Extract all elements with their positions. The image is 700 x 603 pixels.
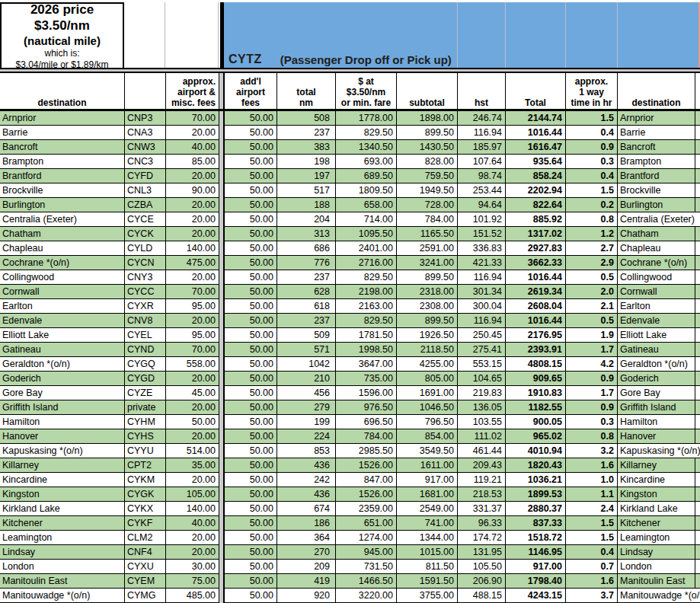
cell-subtotal[interactable]: 1949.50 <box>396 183 457 198</box>
cell-airport-fees[interactable]: 20.00 <box>165 270 219 285</box>
cell-total-nm[interactable]: 674 <box>276 502 335 516</box>
cell-total-nm[interactable]: 776 <box>276 256 335 270</box>
cell-subtotal[interactable]: 796.50 <box>396 415 457 429</box>
cell-addl-airport-fees[interactable]: 50.00 <box>225 212 276 227</box>
cell-addl-airport-fees[interactable]: 50.00 <box>225 285 276 299</box>
cell-total[interactable]: 1146.95 <box>505 545 565 560</box>
cell-time[interactable]: 2.9 <box>565 256 617 270</box>
cell-fare[interactable]: 1781.50 <box>335 328 396 343</box>
cell-destination-right[interactable]: Burlington <box>617 198 695 212</box>
cell-total[interactable]: 1317.02 <box>505 227 565 241</box>
cell-destination[interactable]: Cornwall <box>0 285 124 299</box>
cell-time[interactable]: 2.7 <box>565 241 617 256</box>
cell-total-nm[interactable]: 279 <box>276 400 335 415</box>
cell-destination-right[interactable]: Cornwall <box>617 285 695 299</box>
cell-time[interactable]: 1.2 <box>565 227 617 241</box>
cell-total-nm[interactable]: 204 <box>276 212 335 227</box>
cell-airport-fees[interactable]: 514.00 <box>165 444 219 458</box>
cell-hst[interactable]: 116.94 <box>457 314 505 328</box>
cell-destination-right[interactable]: Arnprior <box>617 111 695 126</box>
cell-hst[interactable]: 553.15 <box>457 357 505 372</box>
cell-subtotal[interactable]: 2549.00 <box>396 502 457 516</box>
cell-time[interactable]: 0.9 <box>565 140 617 155</box>
cell-subtotal[interactable]: 3549.50 <box>396 444 457 458</box>
cell-fare[interactable]: 829.50 <box>335 126 396 140</box>
cell-destination[interactable]: Griffith Island <box>0 400 124 415</box>
cell-fare[interactable]: 2359.00 <box>335 502 396 516</box>
cell-hst[interactable]: 331.37 <box>457 502 505 516</box>
cell-fare[interactable]: 1998.50 <box>335 343 396 357</box>
cell-destination[interactable]: Brampton <box>0 155 124 169</box>
cell-hst[interactable]: 136.05 <box>457 400 505 415</box>
cell-airport-code[interactable]: CYEM <box>124 574 165 589</box>
cell-total-nm[interactable]: 364 <box>276 531 335 545</box>
cell-subtotal[interactable]: 805.00 <box>396 372 457 386</box>
cell-addl-airport-fees[interactable]: 50.00 <box>225 429 276 444</box>
cell-hst[interactable]: 105.50 <box>457 560 505 574</box>
cell-destination[interactable]: Kirkland Lake <box>0 502 124 516</box>
cell-destination-right[interactable]: Manitouwadge *(o/n) <box>617 589 695 603</box>
cell-airport-code[interactable]: CYCK <box>124 227 165 241</box>
cell-fare[interactable]: 731.50 <box>335 560 396 574</box>
cell-destination-right[interactable]: Kapuskasing *(o/n) <box>617 444 695 458</box>
cell-airport-fees[interactable]: 20.00 <box>165 545 219 560</box>
cell-subtotal[interactable]: 1681.00 <box>396 487 457 502</box>
cell-time[interactable]: 4.2 <box>565 357 617 372</box>
cell-addl-airport-fees[interactable]: 50.00 <box>225 126 276 140</box>
cell-addl-airport-fees[interactable]: 50.00 <box>225 458 276 473</box>
cell-destination-right[interactable]: Chatham <box>617 227 695 241</box>
cell-airport-fees[interactable]: 20.00 <box>165 169 219 183</box>
cell-airport-code[interactable]: CYYU <box>124 444 165 458</box>
cell-hst[interactable]: 421.33 <box>457 256 505 270</box>
cell-airport-fees[interactable]: 20.00 <box>165 227 219 241</box>
cell-destination[interactable]: Hanover <box>0 429 124 444</box>
cell-hst[interactable]: 94.64 <box>457 198 505 212</box>
cell-subtotal[interactable]: 759.50 <box>396 169 457 183</box>
cell-subtotal[interactable]: 784.00 <box>396 212 457 227</box>
cell-subtotal[interactable]: 1691.00 <box>396 386 457 400</box>
cell-subtotal[interactable]: 1165.50 <box>396 227 457 241</box>
cell-fare[interactable]: 2163.00 <box>335 299 396 314</box>
cell-total-nm[interactable]: 920 <box>276 589 335 603</box>
cell-addl-airport-fees[interactable]: 50.00 <box>225 328 276 343</box>
cell-time[interactable]: 0.8 <box>565 212 617 227</box>
cell-destination-right[interactable]: Brockville <box>617 183 695 198</box>
cell-airport-fees[interactable]: 40.00 <box>165 516 219 531</box>
cell-subtotal[interactable]: 3755.00 <box>396 589 457 603</box>
cell-destination-right[interactable]: Kirkland Lake <box>617 502 695 516</box>
cell-destination[interactable]: Arnprior <box>0 111 124 126</box>
cell-total[interactable]: 2619.34 <box>505 285 565 299</box>
cell-airport-code[interactable]: CYGQ <box>124 357 165 372</box>
cell-hst[interactable]: 104.65 <box>457 372 505 386</box>
cell-airport-fees[interactable]: 20.00 <box>165 372 219 386</box>
cell-total-nm[interactable]: 383 <box>276 140 335 155</box>
cell-addl-airport-fees[interactable]: 50.00 <box>225 386 276 400</box>
cell-fare[interactable]: 847.00 <box>335 473 396 487</box>
cell-fare[interactable]: 658.00 <box>335 198 396 212</box>
cell-total[interactable]: 2393.91 <box>505 343 565 357</box>
cell-total-nm[interactable]: 199 <box>276 415 335 429</box>
cell-airport-code[interactable]: CZBA <box>124 198 165 212</box>
cell-subtotal[interactable]: 4255.00 <box>396 357 457 372</box>
cell-time[interactable]: 2.0 <box>565 285 617 299</box>
cell-time[interactable]: 2.4 <box>565 502 617 516</box>
cell-destination-right[interactable]: Brantford <box>617 169 695 183</box>
cell-destination[interactable]: Hamilton <box>0 415 124 429</box>
cell-airport-fees[interactable]: 20.00 <box>165 212 219 227</box>
cell-time[interactable]: 1.7 <box>565 343 617 357</box>
cell-time[interactable]: 1.0 <box>565 473 617 487</box>
cell-destination[interactable]: London <box>0 560 124 574</box>
cell-total[interactable]: 858.24 <box>505 169 565 183</box>
cell-total[interactable]: 4010.94 <box>505 444 565 458</box>
cell-destination-right[interactable]: Chapleau <box>617 241 695 256</box>
cell-airport-code[interactable]: CNA3 <box>124 126 165 140</box>
cell-destination-right[interactable]: Bancroft <box>617 140 695 155</box>
cell-airport-code[interactable]: CNW3 <box>124 140 165 155</box>
col-header-time[interactable]: approx. 1 way time in hr <box>565 73 617 109</box>
cell-total-nm[interactable]: 186 <box>276 516 335 531</box>
cell-fare[interactable]: 1809.50 <box>335 183 396 198</box>
cell-time[interactable]: 1.5 <box>565 531 617 545</box>
cell-destination[interactable]: Gatineau <box>0 343 124 357</box>
cell-subtotal[interactable]: 741.00 <box>396 516 457 531</box>
cell-airport-fees[interactable]: 45.00 <box>165 386 219 400</box>
